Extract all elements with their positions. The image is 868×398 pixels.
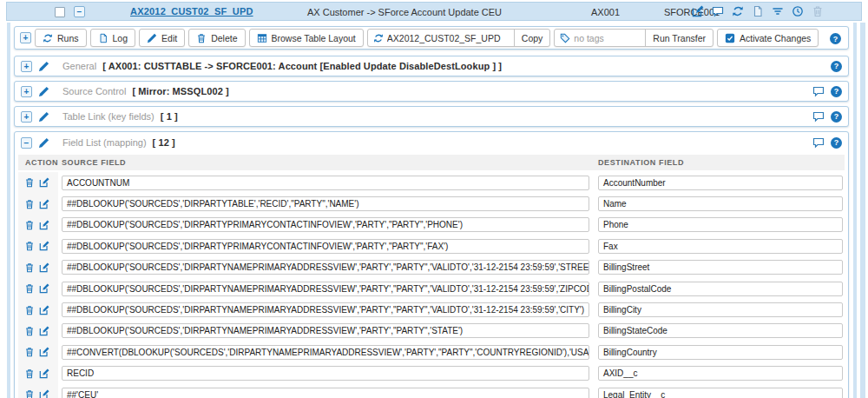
delete-button[interactable]: Delete [188,29,245,47]
pencil-icon[interactable] [38,61,49,72]
source-field-input[interactable]: ##DBLOOKUP('SOURCEDS','DIRPARTYNAMEPRIMA… [62,302,589,317]
edit-field-icon[interactable] [39,177,49,188]
expand-toolbar-icon[interactable] [20,32,31,43]
source-field-input[interactable]: ##CONVERT(DBLOOKUP('SOURCEDS','DIRPARTYN… [62,345,589,360]
destination-field-input[interactable]: BillingStreet [598,260,843,275]
field-mapping-row: ##DBLOOKUP('SOURCEDS','DIRPARTYNAMEPRIMA… [18,321,845,342]
help-icon[interactable] [831,61,842,72]
source-field-input[interactable]: ##DBLOOKUP('SOURCEDS','DIRPARTYPRIMARYCO… [62,217,589,232]
edit-field-icon[interactable] [39,283,49,294]
edit-field-icon[interactable] [39,220,49,230]
delete-field-icon[interactable] [24,241,35,251]
source-field-input[interactable]: ##DBLOOKUP('SOURCEDS','DIRPARTYNAMEPRIMA… [62,323,589,338]
row-actions [18,326,58,336]
row-actions [18,220,58,230]
run-transfer-button[interactable]: Run Transfer [645,30,713,46]
edit-field-icon[interactable] [39,347,49,357]
comment-icon[interactable] [812,85,825,97]
source-field-input[interactable]: ACCOUNTNUM [62,176,589,190]
expand-general-icon[interactable] [21,61,32,72]
pencil-icon[interactable] [38,86,49,97]
delete-field-icon[interactable] [24,368,35,379]
expand-table-link-icon[interactable] [21,111,32,123]
collapse-record-icon[interactable] [74,6,85,17]
select-record-checkbox[interactable] [55,7,65,17]
browse-table-layout-button[interactable]: Browse Table Layout [249,29,364,47]
pencil-icon[interactable] [38,137,49,149]
source-field-input[interactable]: ##DBLOOKUP('SOURCEDS','DIRPARTYTABLE','R… [62,196,589,211]
delete-field-icon[interactable] [24,199,35,209]
delete-field-icon[interactable] [24,283,35,294]
delete-field-icon[interactable] [24,326,35,336]
refresh-icon[interactable] [732,5,744,17]
edit-field-icon[interactable] [39,199,49,209]
comment-icon[interactable] [812,136,825,149]
delete-field-icon[interactable] [24,262,35,273]
edit-field-icon[interactable] [39,389,49,398]
record-id-link[interactable]: AX2012_CUST02_SF_UPD [130,6,253,17]
source-field-input[interactable]: ##DBLOOKUP('SOURCEDS','DIRPARTYNAMEPRIMA… [62,282,589,296]
comment-icon[interactable] [812,110,825,123]
pencil-icon[interactable] [38,111,49,123]
filter-icon[interactable] [772,5,784,17]
edit-field-icon[interactable] [39,326,49,336]
destination-field-input[interactable]: AccountNumber [598,176,843,190]
section-table-link: Table Link (key fields) [ 1 ] [14,106,849,127]
help-icon[interactable] [831,137,842,149]
edit-button[interactable]: Edit [139,29,185,47]
destination-field-input[interactable]: Phone [598,217,843,232]
clock-icon[interactable] [792,5,804,17]
delete-button-label: Delete [211,33,237,43]
source-field-input[interactable]: ##'CEU' [62,388,589,398]
destination-field-input[interactable]: BillingStateCode [598,323,843,338]
edit-field-icon[interactable] [39,262,49,273]
destination-field-input[interactable]: Legal_Entity__c [598,388,843,398]
table-icon [257,33,267,43]
log-button-label: Log [113,33,128,43]
row-actions [18,262,58,273]
expand-source-control-icon[interactable] [21,86,32,97]
edit-icon[interactable] [692,5,704,17]
delete-field-icon[interactable] [24,220,35,230]
pencil-icon [147,33,157,43]
toolbar: Runs Log Edit Delete Browse Table Layout [14,26,849,50]
comment-icon[interactable] [712,5,724,17]
record-name-input[interactable]: AX2012_CUST02_SF_UPD [387,33,514,43]
document-icon [98,33,108,43]
edit-field-icon[interactable] [39,305,49,315]
destination-field-input[interactable]: Name [598,196,843,211]
source-field-input[interactable]: ##DBLOOKUP('SOURCEDS','DIRPARTYNAMEPRIMA… [62,260,589,275]
delete-field-icon[interactable] [24,305,35,315]
field-mapping-row: ACCOUNTNUM AccountNumber [18,172,845,193]
destination-field-input[interactable]: BillingPostalCode [598,282,843,296]
help-icon[interactable] [830,33,841,44]
help-icon[interactable] [831,86,842,97]
destination-field-input[interactable]: BillingCountry [598,345,843,360]
delete-field-icon[interactable] [24,347,35,357]
runs-button[interactable]: Runs [35,29,87,47]
tag-icon [555,33,574,43]
help-icon[interactable] [831,111,842,123]
copy-button[interactable]: Copy [514,30,550,46]
record-header-actions [692,5,824,17]
edit-field-icon[interactable] [39,241,49,251]
activate-changes-label: Activate Changes [740,33,811,43]
column-source-field: SOURCE FIELD [58,158,598,167]
source-field-input[interactable]: ##DBLOOKUP('SOURCEDS','DIRPARTYPRIMARYCO… [62,239,589,254]
row-actions [18,283,58,294]
destination-field-input[interactable]: BillingCity [598,302,843,317]
tags-input[interactable]: no tags [574,33,645,43]
source-field-input[interactable]: RECID [62,366,589,381]
column-action: ACTION [18,158,58,167]
log-button[interactable]: Log [90,29,136,47]
delete-field-icon[interactable] [24,177,35,188]
trash-icon[interactable] [812,5,824,17]
document-icon[interactable] [752,5,764,17]
collapse-field-list-icon[interactable] [21,137,32,149]
destination-field-input[interactable]: Fax [598,239,843,254]
edit-field-icon[interactable] [39,368,49,379]
activate-changes-button[interactable]: Activate Changes [717,29,819,47]
section-field-list-value: [ 12 ] [153,137,175,148]
destination-field-input[interactable]: AXID__c [598,366,843,381]
delete-field-icon[interactable] [24,389,35,398]
